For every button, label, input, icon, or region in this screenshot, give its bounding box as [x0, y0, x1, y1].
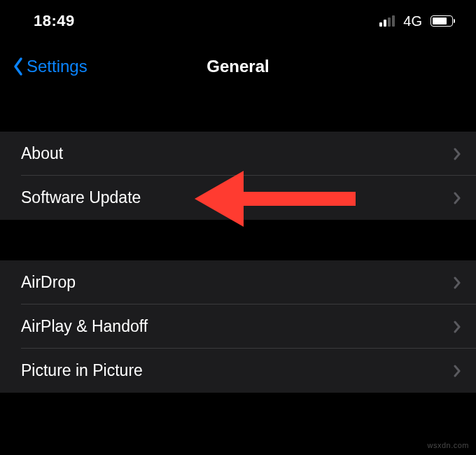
battery-icon: [430, 15, 455, 27]
cellular-signal-icon: [379, 15, 395, 27]
settings-item-label: Software Update: [21, 188, 141, 207]
watermark: wsxdn.com: [427, 441, 469, 449]
status-indicators: 4G: [379, 13, 455, 29]
chevron-right-icon: [454, 321, 461, 333]
settings-item-label: AirPlay & Handoff: [21, 317, 148, 336]
settings-group-1: About Software Update: [0, 132, 476, 220]
chevron-right-icon: [454, 365, 461, 377]
status-bar: 18:49 4G: [0, 0, 476, 42]
navigation-header: Settings General: [0, 42, 476, 91]
settings-item-about[interactable]: About: [0, 132, 476, 176]
settings-item-software-update[interactable]: Software Update: [0, 176, 476, 220]
settings-item-picture-in-picture[interactable]: Picture in Picture: [0, 349, 476, 393]
network-type: 4G: [403, 13, 422, 29]
chevron-right-icon: [454, 148, 461, 160]
chevron-left-icon: [13, 57, 24, 76]
section-separator: [0, 220, 476, 260]
settings-item-label: Picture in Picture: [21, 361, 143, 380]
back-label: Settings: [27, 57, 88, 76]
section-separator: [0, 91, 476, 132]
settings-item-airplay-handoff[interactable]: AirPlay & Handoff: [0, 304, 476, 349]
page-title: General: [206, 57, 269, 76]
settings-item-label: About: [21, 144, 63, 163]
settings-item-label: AirDrop: [21, 273, 76, 292]
settings-item-airdrop[interactable]: AirDrop: [0, 260, 476, 304]
status-time: 18:49: [34, 12, 75, 30]
settings-group-2: AirDrop AirPlay & Handoff Picture in Pic…: [0, 260, 476, 393]
back-button[interactable]: Settings: [13, 57, 88, 76]
chevron-right-icon: [454, 192, 461, 204]
chevron-right-icon: [454, 276, 461, 289]
